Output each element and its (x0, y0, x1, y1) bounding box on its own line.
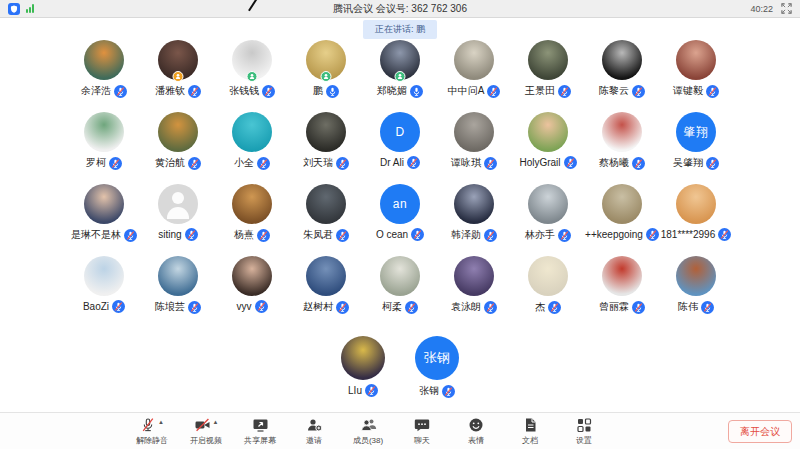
share-screen-button[interactable]: 共享屏幕 (239, 417, 281, 446)
start-video-button[interactable]: ▲ 开启视频 (185, 417, 227, 446)
participant-name: vyv (237, 301, 252, 312)
participant-avatar (306, 112, 346, 152)
participant-tile[interactable]: siting (141, 184, 215, 256)
fullscreen-icon[interactable] (781, 3, 792, 14)
participant-tile[interactable]: ++keepgoing (585, 184, 659, 256)
participant-tile[interactable]: 柯柔 (363, 256, 437, 328)
participant-tile[interactable]: 陈埌芸 (141, 256, 215, 328)
participant-tile[interactable]: 赵树村 (289, 256, 363, 328)
mic-on-icon (326, 85, 339, 98)
participant-tile[interactable]: 刘天瑞 (289, 112, 363, 184)
participant-tile[interactable]: 中中问A (437, 40, 511, 112)
participant-avatar (84, 256, 124, 296)
participant-name: 181****2996 (661, 229, 716, 240)
participant-tile[interactable]: LIu (326, 336, 400, 408)
participant-avatar (306, 184, 346, 224)
mic-muted-icon (185, 228, 198, 241)
participant-tile[interactable]: 潘雅钦 (141, 40, 215, 112)
participant-name: 刘天瑞 (303, 156, 333, 170)
participant-name: 是琳不是林 (71, 228, 121, 242)
participant-avatar (454, 112, 494, 152)
members-button[interactable]: 成员(38) (347, 417, 389, 446)
participant-avatar (158, 184, 198, 224)
participant-avatar (528, 256, 568, 296)
participant-tile[interactable]: 张钢张钢 (400, 336, 474, 408)
mic-muted-icon (718, 228, 731, 241)
participant-tile[interactable]: BaoZi (67, 256, 141, 328)
invite-person-icon (306, 417, 323, 433)
participant-tile[interactable]: 181****2996 (659, 184, 733, 256)
docs-button[interactable]: 文档 (509, 417, 551, 446)
participant-avatar (454, 256, 494, 296)
participant-tile[interactable]: 蔡杨曦 (585, 112, 659, 184)
share-screen-icon (252, 417, 269, 433)
mic-muted-icon (701, 301, 714, 314)
participant-tile[interactable]: vyv (215, 256, 289, 328)
participant-tile[interactable]: 鹏 (289, 40, 363, 112)
participant-name: 中中问A (448, 84, 485, 98)
participant-avatar: an (380, 184, 420, 224)
participant-tile[interactable]: 小全 (215, 112, 289, 184)
participant-tile[interactable]: 张钱钱 (215, 40, 289, 112)
participant-row: 余泽浩潘雅钦张钱钱鹏郑晓媚中中问A王景田陈黎云谭键毅 (0, 40, 800, 112)
mic-muted-icon (188, 301, 201, 314)
participant-avatar (528, 112, 568, 152)
participant-name: 陈埌芸 (155, 300, 185, 314)
mic-muted-icon (262, 85, 275, 98)
participant-tile[interactable]: 谭咏琪 (437, 112, 511, 184)
participant-tile[interactable]: 韩泽勋 (437, 184, 511, 256)
emoji-button[interactable]: 表情 (455, 417, 497, 446)
participant-avatar (84, 112, 124, 152)
participant-name: siting (158, 229, 181, 240)
participant-tile[interactable]: 袁泳朗 (437, 256, 511, 328)
meeting-title: 腾讯会议 会议号: 362 762 306 (0, 2, 800, 16)
participant-tile[interactable]: 杰 (511, 256, 585, 328)
participant-avatar (380, 256, 420, 296)
participant-tile[interactable]: 郑晓媚 (363, 40, 437, 112)
participant-name: 蔡杨曦 (599, 156, 629, 170)
mic-options-caret-icon[interactable]: ▲ (158, 419, 164, 425)
unmute-button[interactable]: ▲ 解除静音 (131, 417, 173, 446)
chat-button[interactable]: 聊天 (401, 417, 443, 446)
participant-name: 谭键毅 (673, 84, 703, 98)
participant-tile[interactable]: 林亦手 (511, 184, 585, 256)
participant-avatar (84, 184, 124, 224)
participant-tile[interactable]: 黄治航 (141, 112, 215, 184)
mic-muted-icon (411, 228, 424, 241)
mic-muted-icon (484, 229, 497, 242)
participant-name: ++keepgoing (585, 229, 643, 240)
mic-muted-icon (112, 300, 125, 313)
participant-tile[interactable]: 罗柯 (67, 112, 141, 184)
participant-tile[interactable]: anO cean (363, 184, 437, 256)
participant-tile[interactable]: DDr Ali (363, 112, 437, 184)
video-options-caret-icon[interactable]: ▲ (213, 419, 219, 425)
participant-name: 曾丽霖 (599, 300, 629, 314)
participant-tile[interactable]: 陈伟 (659, 256, 733, 328)
participant-tile[interactable]: HolyGrail (511, 112, 585, 184)
participant-tile[interactable]: 朱凤君 (289, 184, 363, 256)
participant-name: 杰 (535, 300, 545, 314)
mic-off-icon (140, 417, 156, 433)
leave-meeting-button[interactable]: 离开会议 (728, 420, 792, 443)
participant-tile[interactable]: 王景田 (511, 40, 585, 112)
members-icon (360, 417, 377, 433)
participant-tile[interactable]: 余泽浩 (67, 40, 141, 112)
speaking-indicator: 正在讲话: 鹏 (363, 20, 437, 39)
invite-button[interactable]: 邀请 (293, 417, 335, 446)
participant-avatar (158, 256, 198, 296)
participant-tile[interactable]: 曾丽霖 (585, 256, 659, 328)
mic-muted-icon (405, 301, 418, 314)
participant-tile[interactable]: 肇翔吴肇翔 (659, 112, 733, 184)
mic-muted-icon (336, 229, 349, 242)
participant-name: 罗柯 (86, 156, 106, 170)
mic-muted-icon (484, 301, 497, 314)
participant-tile[interactable]: 是琳不是林 (67, 184, 141, 256)
settings-button[interactable]: 设置 (563, 417, 605, 446)
participant-tile[interactable]: 杨熹 (215, 184, 289, 256)
participant-tile[interactable]: 陈黎云 (585, 40, 659, 112)
participant-name: 吴肇翔 (673, 156, 703, 170)
participant-tile[interactable]: 谭键毅 (659, 40, 733, 112)
participant-avatar (454, 184, 494, 224)
participant-avatar (84, 40, 124, 80)
hand-raised-green-icon (395, 71, 406, 82)
